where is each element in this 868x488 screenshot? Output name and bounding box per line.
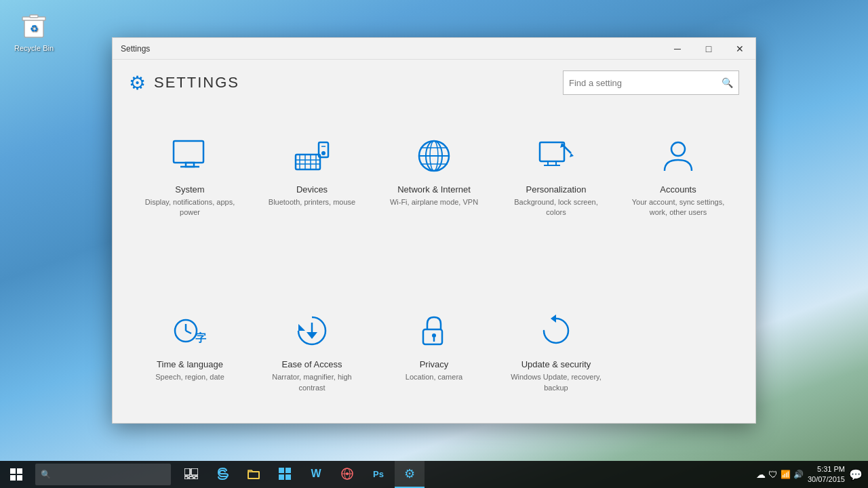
minimize-button[interactable]: ─ [662, 38, 693, 60]
svg-rect-53 [279, 474, 284, 480]
taskbar-clock[interactable]: 5:31 PM 30/07/2015 [808, 464, 845, 485]
close-button[interactable]: ✕ [724, 38, 755, 60]
svg-rect-45 [184, 468, 190, 475]
word-button[interactable]: W [301, 461, 331, 488]
svg-point-15 [321, 151, 326, 155]
itunes-button[interactable] [332, 461, 362, 488]
network-desc: Wi-Fi, airplane mode, VPN [390, 197, 478, 207]
svg-rect-23 [540, 142, 564, 161]
svg-rect-51 [279, 468, 284, 473]
taskview-button[interactable] [176, 461, 206, 488]
settings-item-network[interactable]: Network & Internet Wi-Fi, airplane mode,… [373, 119, 495, 281]
update-icon [536, 310, 576, 351]
maximize-button[interactable]: □ [693, 38, 724, 60]
search-box[interactable]: 🔍 [563, 70, 739, 95]
svg-rect-50 [248, 472, 259, 479]
update-label: Update & security [521, 359, 591, 369]
accounts-icon [658, 136, 698, 176]
devices-desc: Bluetooth, printers, mouse [269, 197, 355, 207]
svg-rect-43 [10, 475, 16, 481]
svg-line-32 [186, 331, 191, 333]
notifications-icon[interactable]: 💬 [849, 468, 863, 481]
settings-gear-icon: ⚙ [129, 72, 146, 94]
taskbar-search[interactable]: 🔍 [35, 464, 171, 485]
settings-grid-row1: System Display, notifications, apps, pow… [113, 106, 755, 294]
svg-point-29 [671, 142, 685, 156]
network-label: Network & Internet [397, 184, 471, 195]
svg-marker-36 [307, 332, 317, 339]
devices-label: Devices [296, 184, 328, 195]
svg-marker-40 [551, 314, 556, 323]
desktop: ♻ Recycle Bin Settings ─ □ ✕ ⚙ SETTINGS [0, 0, 868, 488]
ease-icon [292, 310, 332, 351]
devices-icon [292, 136, 332, 176]
svg-point-58 [346, 472, 349, 475]
svg-rect-52 [285, 468, 291, 473]
tray-icons: ☁ 🛡 📶 🔊 [756, 469, 804, 480]
settings-content: ⚙ SETTINGS 🔍 [113, 60, 755, 423]
settings-item-ease[interactable]: Ease of Access Narrator, magnifier, high… [251, 294, 373, 409]
search-input[interactable] [569, 78, 722, 88]
settings-item-devices[interactable]: Devices Bluetooth, printers, mouse [251, 119, 373, 281]
time-label: Time & language [157, 359, 223, 369]
clock-date: 30/07/2015 [808, 474, 845, 485]
search-area: 🔍 [563, 70, 739, 95]
window-controls: ─ □ ✕ [662, 38, 755, 60]
settings-item-accounts[interactable]: Accounts Your account, sync settings, wo… [617, 119, 739, 281]
taskbar-system-tray: ☁ 🛡 📶 🔊 5:31 PM 30/07/2015 💬 [756, 464, 868, 485]
svg-rect-41 [10, 468, 16, 474]
settings-item-time[interactable]: 字 Time & language Speech, region, date [129, 294, 251, 409]
update-desc: Windows Update, recovery, backup [506, 372, 606, 393]
settings-window: Settings ─ □ ✕ ⚙ SETTINGS 🔍 [112, 37, 756, 424]
svg-rect-54 [285, 474, 291, 480]
personalization-icon [536, 136, 576, 176]
security-icon: 🛡 [768, 469, 778, 480]
privacy-label: Privacy [420, 359, 449, 369]
svg-rect-48 [189, 476, 193, 479]
search-icon: 🔍 [722, 77, 733, 88]
svg-text:♻: ♻ [30, 23, 39, 34]
svg-rect-46 [191, 468, 198, 475]
photoshop-button[interactable]: Ps [363, 461, 393, 488]
ease-label: Ease of Access [282, 359, 342, 369]
settings-item-personalization[interactable]: Personalization Background, lock screen,… [495, 119, 617, 281]
privacy-icon [414, 310, 454, 351]
system-label: System [175, 184, 204, 195]
settings-item-system[interactable]: System Display, notifications, apps, pow… [129, 119, 251, 281]
svg-rect-4 [174, 141, 203, 163]
svg-marker-28 [570, 153, 574, 157]
title-bar: Settings ─ □ ✕ [113, 38, 755, 60]
edge-button[interactable] [208, 461, 237, 488]
personalization-desc: Background, lock screen, colors [506, 197, 606, 218]
svg-text:字: 字 [195, 331, 207, 344]
system-desc: Display, notifications, apps, power [140, 197, 240, 218]
svg-rect-42 [17, 468, 22, 474]
volume-icon: 🔊 [793, 470, 804, 479]
window-title: Settings [121, 44, 150, 54]
svg-marker-34 [298, 324, 305, 331]
recycle-bin[interactable]: ♻ Recycle Bin [10, 10, 58, 53]
svg-rect-47 [184, 476, 188, 479]
network-icon [414, 136, 454, 176]
time-desc: Speech, region, date [155, 372, 224, 382]
privacy-desc: Location, camera [406, 372, 462, 382]
clock-time: 5:31 PM [808, 464, 845, 474]
network-tray-icon: 📶 [781, 470, 791, 479]
time-icon: 字 [170, 310, 210, 351]
personalization-label: Personalization [526, 184, 587, 195]
svg-rect-44 [17, 475, 22, 481]
explorer-button[interactable] [239, 461, 269, 488]
taskbar: 🔍 [0, 461, 868, 488]
settings-item-privacy[interactable]: Privacy Location, camera [373, 294, 495, 409]
system-icon [170, 136, 210, 176]
settings-item-update[interactable]: Update & security Windows Update, recove… [495, 294, 617, 409]
store-button[interactable] [270, 461, 300, 488]
ease-desc: Narrator, magnifier, high contrast [262, 372, 362, 393]
start-button[interactable] [0, 461, 33, 488]
svg-point-38 [432, 333, 436, 338]
settings-grid-row2: 字 Time & language Speech, region, date [113, 294, 755, 423]
svg-rect-2 [30, 15, 38, 18]
taskbar-search-icon: 🔍 [41, 470, 51, 479]
settings-taskbar-button[interactable]: ⚙ [395, 461, 425, 488]
recycle-bin-label: Recycle Bin [14, 43, 54, 53]
